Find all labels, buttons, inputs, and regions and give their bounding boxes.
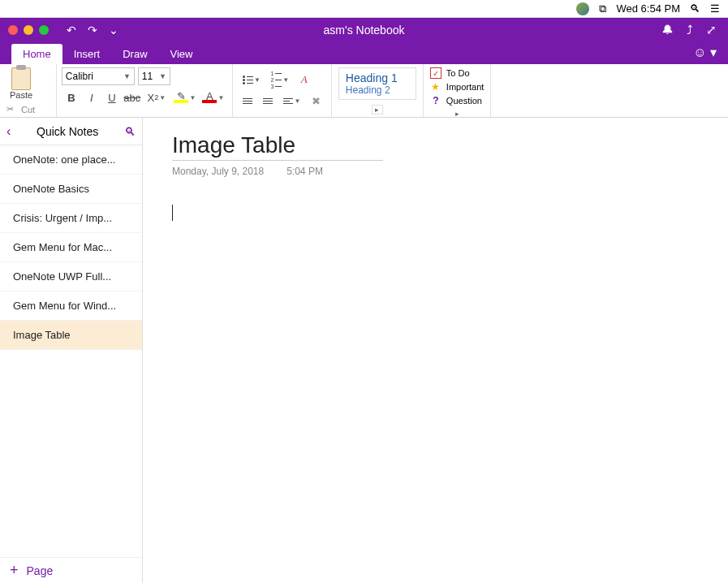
spotlight-icon[interactable]: 🔍︎ [690,2,700,15]
align-button[interactable]: ▼ [278,92,306,110]
italic-button[interactable]: I [82,89,101,106]
subscript-button[interactable]: X2▼ [143,89,170,106]
share-icon[interactable]: ⤴ [687,23,693,37]
pages-sidebar: ‹ Quick Notes 🔍︎ OneNote: one place...On… [0,118,143,583]
notifications-icon[interactable]: 🔔︎ [661,23,674,37]
styles-group: Heading 1 Heading 2 ▸ [332,64,424,117]
paste-icon [11,67,31,90]
quick-access-toolbar: ↶ ↷ ⌄ [67,24,118,37]
indent-button[interactable] [258,92,278,110]
window-title: asm's Notebook [324,24,405,37]
notification-center-icon[interactable]: ☰ [710,2,720,15]
tab-draw[interactable]: Draw [111,44,158,64]
page-list-item[interactable]: OneNote Basics [0,175,142,204]
style-heading2[interactable]: Heading 2 [346,84,409,96]
star-icon: ★ [430,81,442,93]
bold-button[interactable]: B [62,89,81,106]
clear-formatting-icon: A [301,73,308,86]
zoom-window-button[interactable] [39,25,49,35]
underline-button[interactable]: U [102,89,122,106]
font-color-icon: A [202,92,217,103]
siri-icon[interactable] [576,2,589,15]
window-titlebar: ↶ ↷ ⌄ asm's Notebook 🔔︎ ⤴ ⤢ [0,18,728,42]
airplay-icon[interactable]: ⧉ [599,2,606,15]
tag-question[interactable]: ?Question [430,95,484,106]
ribbon-tabs: Home Insert Draw View ☺ ▾ [0,42,728,64]
delete-button[interactable]: ✖ [307,92,326,110]
style-heading1[interactable]: Heading 1 [346,71,409,84]
align-icon [283,98,293,104]
feedback-icon[interactable]: ☺ ▾ [693,45,717,60]
text-cursor [172,205,173,221]
qat-customize-button[interactable]: ⌄ [109,24,118,37]
back-button[interactable]: ‹ [6,124,11,139]
highlight-button[interactable]: ✎▼ [171,89,199,106]
font-group: Calibri▼ 11▼ B I U abc X2▼ ✎▼ A▼ [57,64,233,117]
tag-important[interactable]: ★Important [430,81,484,93]
ribbon-toolbar: Paste ✂ Cut ⎘ Copy 🖌 Format Calibri▼ 11▼ [0,64,728,118]
tags-group: ✓To Do ★Important ?Question ▸ ✓ To Do [424,64,491,117]
plus-icon: + [10,562,19,579]
minimize-window-button[interactable] [24,25,33,35]
undo-button[interactable]: ↶ [67,24,76,37]
page-time: 5:04 PM [286,166,323,177]
page-list-item[interactable]: Crisis: Urgent / Imp... [0,204,142,233]
page-list-item[interactable]: Image Table [0,321,142,350]
tab-insert[interactable]: Insert [62,44,112,64]
checkbox-icon: ✓ [430,67,442,79]
clipboard-group: Paste ✂ Cut ⎘ Copy 🖌 Format [0,64,57,117]
tab-home[interactable]: Home [11,44,62,64]
strikethrough-button[interactable]: abc [123,89,142,106]
cut-button[interactable]: ✂ Cut [5,103,51,116]
clear-formatting-button[interactable]: A [295,71,314,89]
tab-view[interactable]: View [159,44,205,64]
scissors-icon: ✂ [6,104,18,115]
tags-more-button[interactable]: ▸ [452,110,463,118]
bullets-icon [243,76,253,84]
menubar-clock[interactable]: Wed 6:54 PM [616,2,680,15]
page-list-item[interactable]: OneNote UWP Full... [0,262,142,292]
paste-label: Paste [10,90,32,100]
mac-menubar: ⧉ Wed 6:54 PM 🔍︎ ☰ [0,0,728,18]
add-page-button[interactable]: + Page [0,557,142,583]
font-color-button[interactable]: A▼ [200,89,227,106]
styles-more-button[interactable]: ▸ [372,105,383,114]
redo-button[interactable]: ↷ [88,24,97,37]
page-title[interactable]: Image Table [172,132,383,161]
styles-gallery[interactable]: Heading 1 Heading 2 [338,67,416,100]
section-title[interactable]: Quick Notes [37,125,98,138]
page-date: Monday, July 9, 2018 [172,166,264,177]
search-button[interactable]: 🔍︎ [124,125,136,138]
page-list: OneNote: one place...OneNote BasicsCrisi… [0,145,142,557]
outdent-icon [243,98,252,104]
close-window-button[interactable] [8,25,18,35]
font-size-select[interactable]: 11▼ [138,67,170,85]
fullscreen-icon[interactable]: ⤢ [706,23,717,37]
numbering-icon: 123 [270,71,282,89]
indent-icon [263,98,273,104]
numbering-button[interactable]: 123 ▼ [266,71,294,89]
page-list-item[interactable]: OneNote: one place... [0,145,142,175]
bullets-button[interactable]: ▼ [238,71,265,89]
page-list-item[interactable]: Gem Menu for Wind... [0,292,142,321]
highlight-icon: ✎ [174,92,188,103]
paragraph-group: ▼ 123 ▼ A ▼ ✖ [233,64,332,117]
question-icon: ? [430,95,442,106]
font-family-select[interactable]: Calibri▼ [62,67,135,85]
page-canvas[interactable]: Image Table Monday, July 9, 2018 5:04 PM [143,118,728,583]
tag-todo[interactable]: ✓To Do [430,67,484,79]
page-list-item[interactable]: Gem Menu for Mac... [0,233,142,262]
paste-button[interactable]: Paste [5,66,37,100]
outdent-button[interactable] [238,92,257,110]
window-controls [0,25,49,35]
